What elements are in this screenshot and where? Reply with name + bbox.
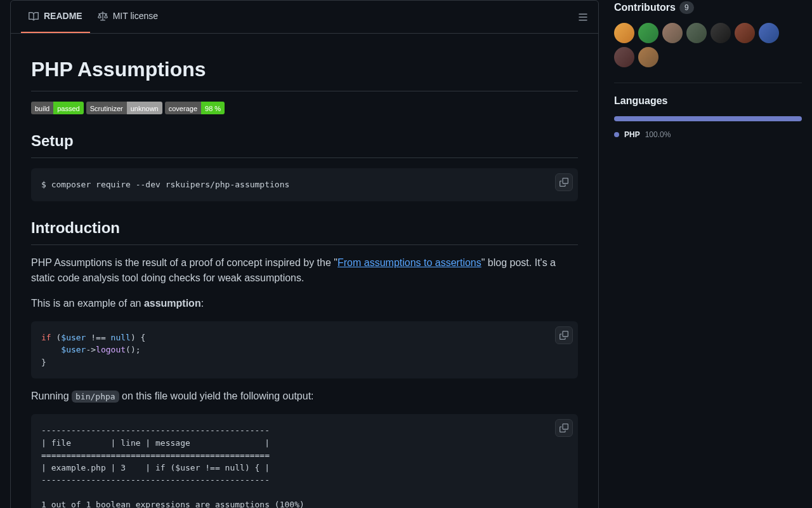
contributors-count: 9 — [679, 1, 694, 14]
file-tabs: README MIT license — [11, 1, 598, 34]
languages-section: Languages PHP 100.0% — [614, 93, 802, 140]
running-code: bin/phpa — [72, 391, 119, 403]
setup-code: $ composer require --dev rskuipers/php-a… — [41, 178, 568, 191]
language-dot — [614, 132, 619, 137]
outline-icon[interactable] — [578, 12, 588, 22]
readme-box: README MIT license PHP Assumptions build — [10, 0, 599, 508]
running-paragraph: Running bin/phpa on this file would yiel… — [31, 389, 578, 404]
tab-license-label: MIT license — [113, 10, 158, 23]
avatar[interactable] — [759, 23, 779, 43]
tab-readme[interactable]: README — [21, 1, 90, 33]
languages-bar — [614, 116, 802, 121]
avatar[interactable] — [686, 23, 707, 43]
contributor-avatars — [614, 23, 802, 67]
example-code: if ($user !== null) { $user->logout(); } — [41, 331, 568, 369]
intro-link[interactable]: From assumptions to assertions — [337, 257, 481, 268]
badge-scrutinizer[interactable]: Scrutinizer unknown — [86, 102, 162, 114]
book-icon — [29, 11, 39, 22]
page-title: PHP Assumptions — [31, 54, 578, 91]
avatar[interactable] — [735, 23, 755, 43]
avatar[interactable] — [710, 23, 731, 43]
copy-icon[interactable] — [555, 173, 573, 191]
intro-heading: Introduction — [31, 217, 578, 245]
law-icon — [98, 11, 108, 22]
copy-icon[interactable] — [555, 419, 573, 437]
setup-code-block: $ composer require --dev rskuipers/php-a… — [31, 168, 578, 201]
badge-coverage[interactable]: coverage 98 % — [165, 102, 225, 114]
avatar[interactable] — [614, 23, 634, 43]
setup-heading: Setup — [31, 130, 578, 158]
tab-readme-label: README — [44, 10, 82, 23]
badges: build passed Scrutinizer unknown coverag… — [31, 102, 578, 114]
language-item[interactable]: PHP 100.0% — [614, 129, 802, 140]
avatar[interactable] — [662, 23, 683, 43]
sidebar: Contributors 9 Languages PHP — [614, 0, 802, 508]
example-paragraph: This is an example of an assumption: — [31, 296, 578, 311]
avatar[interactable] — [638, 23, 658, 43]
readme-content: PHP Assumptions build passed Scrutinizer… — [11, 34, 598, 508]
contributors-heading: Contributors — [614, 0, 676, 15]
tab-license[interactable]: MIT license — [90, 1, 166, 33]
avatar[interactable] — [638, 47, 658, 67]
badge-build[interactable]: build passed — [31, 102, 84, 114]
avatar[interactable] — [614, 47, 634, 67]
contributors-section: Contributors 9 — [614, 0, 802, 67]
output-code-block: ----------------------------------------… — [31, 414, 578, 508]
example-code-block: if ($user !== null) { $user->logout(); } — [31, 321, 578, 379]
output-code: ----------------------------------------… — [41, 424, 568, 508]
languages-heading: Languages — [614, 93, 802, 109]
intro-paragraph: PHP Assumptions is the result of a proof… — [31, 255, 578, 286]
copy-icon[interactable] — [555, 326, 573, 344]
divider — [614, 83, 802, 83]
